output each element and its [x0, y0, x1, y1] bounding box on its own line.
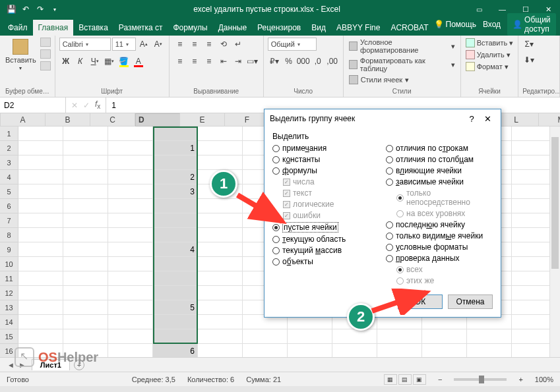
tab-abbyy[interactable]: ABBYY Fine	[331, 20, 385, 36]
opt-current-region[interactable]: текущую область	[272, 235, 379, 244]
cut-icon[interactable]	[40, 38, 51, 47]
opt-blanks[interactable]: пустые ячейки	[272, 222, 379, 233]
cell-E13[interactable]	[198, 300, 243, 315]
border-button[interactable]: ▦▾	[103, 55, 116, 68]
cell-C16[interactable]	[108, 344, 153, 357]
cell-B3[interactable]	[63, 155, 108, 170]
qat-customize-icon[interactable]: ▾	[50, 5, 59, 14]
number-format-select[interactable]: Общий	[268, 38, 317, 51]
cell-C3[interactable]	[108, 155, 153, 170]
cell-J15[interactable]	[422, 329, 467, 344]
cell-A5[interactable]	[18, 184, 63, 199]
copy-icon[interactable]	[40, 49, 51, 59]
cell-D2[interactable]: 1	[153, 141, 198, 155]
row-header-9[interactable]: 9	[0, 242, 18, 257]
cell-I15[interactable]	[377, 329, 422, 344]
font-name-select[interactable]: Calibri	[59, 38, 111, 51]
cell-E6[interactable]	[198, 199, 243, 213]
zoom-slider[interactable]	[454, 378, 507, 381]
cell-F15[interactable]	[243, 329, 288, 344]
cell-B11[interactable]	[63, 271, 108, 286]
cell-A7[interactable]	[18, 213, 63, 228]
row-header-12[interactable]: 12	[0, 286, 18, 300]
align-left-icon[interactable]: ≡	[173, 55, 187, 68]
cell-B1[interactable]	[63, 126, 108, 141]
cell-D3[interactable]	[153, 155, 198, 170]
cell-C1[interactable]	[108, 126, 153, 141]
cell-C13[interactable]	[108, 300, 153, 315]
format-as-table-button[interactable]: Форматировать как таблицу ▾	[348, 56, 456, 73]
italic-button[interactable]: К	[74, 55, 87, 68]
row-header-5[interactable]: 5	[0, 184, 18, 199]
cell-A13[interactable]	[18, 300, 63, 315]
opt-notes[interactable]: примечания	[272, 144, 379, 153]
decrease-decimal-icon[interactable]: ,00	[326, 55, 339, 68]
tab-data[interactable]: Данные	[213, 20, 252, 36]
dialog-titlebar[interactable]: Выделить группу ячеек ? ✕	[264, 109, 501, 128]
cell-B8[interactable]	[63, 228, 108, 242]
cell-E2[interactable]	[198, 141, 243, 155]
row-header-13[interactable]: 13	[0, 300, 18, 315]
cell-D13[interactable]: 5	[153, 300, 198, 315]
row-header-1[interactable]: 1	[0, 126, 18, 141]
shrink-font-icon[interactable]: A▾	[152, 38, 165, 51]
redo-icon[interactable]: ↷	[36, 5, 45, 14]
cell-E7[interactable]	[198, 213, 243, 228]
opt-row-diff[interactable]: отличия по строкам	[386, 144, 493, 153]
grow-font-icon[interactable]: A▴	[137, 38, 150, 51]
cell-A6[interactable]	[18, 199, 63, 213]
vertical-scrollbar[interactable]	[549, 126, 560, 357]
cell-E10[interactable]	[198, 257, 243, 271]
cell-B7[interactable]	[63, 213, 108, 228]
cell-E14[interactable]	[198, 315, 243, 329]
cell-D1[interactable]	[153, 126, 198, 141]
cell-D6[interactable]	[153, 199, 198, 213]
cell-I16[interactable]	[377, 344, 422, 357]
cell-C12[interactable]	[108, 286, 153, 300]
opt-current-array[interactable]: текущий массив	[272, 246, 379, 255]
opt-col-diff[interactable]: отличия по столбцам	[386, 155, 493, 164]
cell-B6[interactable]	[63, 199, 108, 213]
opt-visible[interactable]: только видимые ячейки	[386, 231, 493, 240]
cell-E9[interactable]	[198, 242, 243, 257]
align-top-icon[interactable]: ≡	[173, 38, 187, 51]
cell-C4[interactable]	[108, 170, 153, 184]
align-middle-icon[interactable]: ≡	[188, 38, 201, 51]
cell-C8[interactable]	[108, 228, 153, 242]
increase-decimal-icon[interactable]: ,0	[311, 55, 325, 68]
fill-icon[interactable]: ⬇▾	[522, 53, 536, 67]
col-header-D[interactable]: D	[135, 113, 180, 126]
cell-B5[interactable]	[63, 184, 108, 199]
delete-cells-button[interactable]: Удалить ▾	[465, 49, 511, 60]
zoom-level[interactable]: 100%	[535, 376, 553, 383]
dialog-help-icon[interactable]: ?	[464, 114, 480, 124]
view-break-icon[interactable]: ▣	[413, 374, 426, 385]
cell-E1[interactable]	[198, 126, 243, 141]
opt-objects[interactable]: объекты	[272, 257, 379, 266]
cell-C11[interactable]	[108, 271, 153, 286]
cell-J16[interactable]	[422, 344, 467, 357]
cell-C15[interactable]	[108, 329, 153, 344]
cell-C2[interactable]	[108, 141, 153, 155]
opt-constants[interactable]: константы	[272, 155, 379, 164]
col-header-F[interactable]: F	[225, 113, 270, 126]
fill-color-button[interactable]: 🪣	[117, 55, 131, 68]
opt-validation[interactable]: проверка данных	[386, 254, 493, 263]
cell-A15[interactable]	[18, 329, 63, 344]
cell-D10[interactable]	[153, 257, 198, 271]
tab-formulas[interactable]: Формулы	[168, 20, 213, 36]
undo-icon[interactable]: ↶	[21, 5, 30, 14]
cell-D15[interactable]	[153, 329, 198, 344]
cell-B4[interactable]	[63, 170, 108, 184]
cell-H15[interactable]	[332, 329, 377, 344]
row-header-8[interactable]: 8	[0, 228, 18, 242]
cell-E15[interactable]	[198, 329, 243, 344]
indent-decrease-icon[interactable]: ⇤	[217, 55, 230, 68]
cell-A1[interactable]	[18, 126, 63, 141]
col-header-E[interactable]: E	[180, 113, 225, 126]
cell-C7[interactable]	[108, 213, 153, 228]
col-header-C[interactable]: C	[90, 113, 135, 126]
align-bottom-icon[interactable]: ≡	[202, 38, 216, 51]
tab-review[interactable]: Рецензиров	[252, 20, 306, 36]
cell-A10[interactable]	[18, 257, 63, 271]
